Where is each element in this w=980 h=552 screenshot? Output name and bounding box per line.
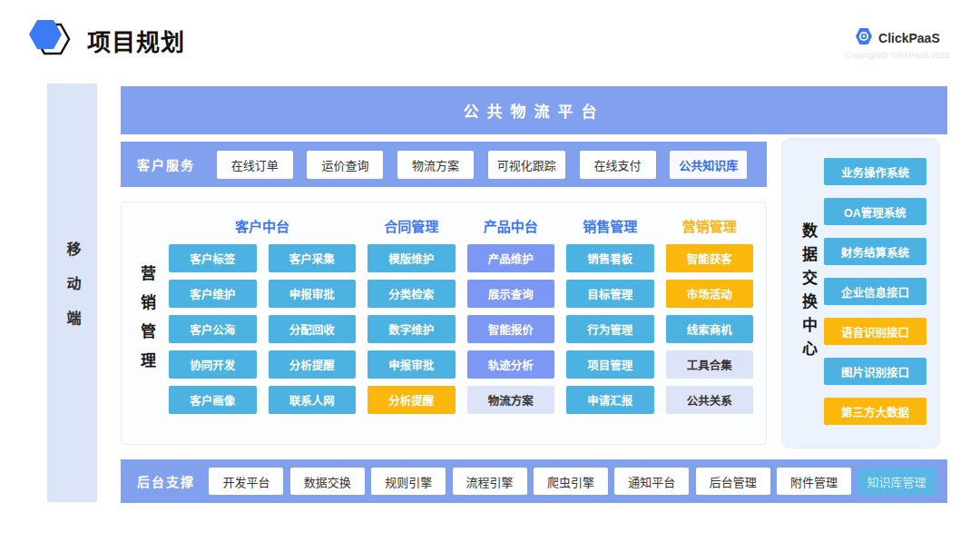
- matrix-cell[interactable]: 市场活动: [666, 280, 754, 308]
- matrix-cell[interactable]: 轨迹分析: [467, 350, 555, 379]
- matrix-cell[interactable]: 客户采集: [269, 244, 357, 272]
- bs-button-knowledge-base-management[interactable]: 知识库管理: [858, 468, 936, 495]
- mobile-side-label: 移动端: [62, 242, 83, 345]
- column-header-customer-center: 客户中台: [169, 213, 356, 237]
- cs-button-logistics-plan[interactable]: 物流方案: [397, 151, 474, 179]
- matrix-cell[interactable]: 模版维护: [368, 244, 456, 272]
- matrix-cell[interactable]: 智能报价: [467, 315, 555, 343]
- dc-button-oa-management-system[interactable]: OA管理系统: [824, 198, 926, 225]
- matrix-cell[interactable]: 项目管理: [566, 350, 654, 379]
- page-title: 项目规划: [87, 24, 185, 57]
- dc-button-third-party-big-data[interactable]: 第三方大数据: [824, 398, 926, 425]
- top-banner-public-logistics-platform: 公共物流平台: [121, 86, 947, 134]
- matrix-cell[interactable]: 线索商机: [666, 315, 754, 343]
- mobile-side-bar: 移动端: [47, 84, 97, 502]
- hexagon-logo-icon: [27, 18, 73, 62]
- matrix-cell[interactable]: 目标管理: [566, 280, 654, 308]
- copyright-text: Copyright@ ClickPaaS 2022: [846, 51, 949, 60]
- matrix-cell[interactable]: 销售看板: [566, 244, 654, 272]
- matrix-cell[interactable]: 行为管理: [566, 315, 654, 343]
- matrix-cell[interactable]: 智能获客: [666, 244, 754, 272]
- backend-support-label: 后台支撑: [137, 472, 195, 490]
- dc-button-financial-settlement-system[interactable]: 财务结算系统: [824, 238, 926, 265]
- customer-service-band: 客户服务 在线订单 运价查询 物流方案 可视化跟踪 在线支付 公共知识库: [121, 142, 767, 187]
- matrix-cell[interactable]: 客户维护: [169, 280, 257, 308]
- matrix-cell[interactable]: 协同开发: [169, 350, 257, 379]
- dc-button-business-operation-system[interactable]: 业务操作系统: [824, 158, 926, 185]
- data-exchange-center-label: 数据交换中心: [797, 222, 819, 364]
- dc-button-enterprise-info-api[interactable]: 企业信息接口: [824, 278, 926, 305]
- page-header: 项目规划: [27, 18, 185, 62]
- cs-button-online-payment[interactable]: 在线支付: [580, 151, 656, 179]
- column-header-sales-management: 销售管理: [566, 213, 654, 237]
- matrix-cell[interactable]: 公共关系: [666, 386, 754, 414]
- matrix-cell[interactable]: 分析提醒: [269, 350, 357, 379]
- matrix-grid: 客户中台 合同管理 产品中台 销售管理 营销管理 客户标签 客户采集 模版维护 …: [169, 213, 753, 414]
- bs-button-crawler-engine[interactable]: 爬虫引擎: [534, 468, 608, 495]
- cs-button-visual-tracking[interactable]: 可视化跟踪: [488, 151, 565, 179]
- cs-button-freight-query[interactable]: 运价查询: [307, 151, 383, 179]
- bs-button-rule-engine[interactable]: 规则引擎: [371, 468, 446, 495]
- matrix-cell[interactable]: 客户公海: [169, 315, 257, 343]
- matrix-cell[interactable]: 申请汇报: [566, 386, 654, 414]
- matrix-cell[interactable]: 客户标签: [169, 244, 257, 272]
- column-header-product-center: 产品中台: [467, 213, 555, 237]
- cs-button-public-knowledge-base[interactable]: 公共知识库: [670, 151, 747, 179]
- data-exchange-center-panel: 数据交换中心 业务操作系统 OA管理系统 财务结算系统 企业信息接口 语音识别接…: [781, 138, 940, 448]
- matrix-cell[interactable]: 数字维护: [368, 315, 456, 343]
- matrix-cell[interactable]: 联系人网: [269, 386, 357, 414]
- brand-block: ClickPaaS Copyright@ ClickPaaS 2022: [846, 27, 949, 60]
- data-exchange-center-items: 业务操作系统 OA管理系统 财务结算系统 企业信息接口 语音识别接口 图片识别接…: [824, 158, 926, 425]
- column-header-contract-management: 合同管理: [368, 213, 456, 237]
- matrix-cell[interactable]: 产品维护: [467, 244, 555, 272]
- backend-support-items: 开发平台 数据交换 规则引擎 流程引擎 爬虫引擎 通知平台 后台管理 附件管理 …: [202, 468, 942, 495]
- marketing-matrix-panel: 营销管理 客户中台 合同管理 产品中台 销售管理 营销管理 客户标签 客户采集 …: [121, 202, 767, 445]
- matrix-cell[interactable]: 申报审批: [368, 350, 456, 379]
- matrix-cell[interactable]: 展示查询: [467, 280, 555, 308]
- bs-button-backend-management[interactable]: 后台管理: [696, 468, 770, 495]
- matrix-cell[interactable]: 申报审批: [269, 280, 357, 308]
- customer-service-label: 客户服务: [137, 155, 195, 173]
- matrix-cell[interactable]: 工具合集: [666, 350, 754, 379]
- bs-button-attachment-management[interactable]: 附件管理: [777, 468, 851, 495]
- matrix-cell[interactable]: 物流方案: [467, 386, 555, 414]
- bs-button-data-exchange[interactable]: 数据交换: [290, 468, 365, 495]
- bs-button-dev-platform[interactable]: 开发平台: [209, 468, 283, 495]
- bs-button-process-engine[interactable]: 流程引擎: [453, 468, 527, 495]
- top-banner-label: 公共物流平台: [464, 99, 605, 122]
- cs-button-online-order[interactable]: 在线订单: [217, 151, 293, 179]
- matrix-cell[interactable]: 客户画像: [169, 386, 257, 414]
- backend-support-band: 后台支撑 开发平台 数据交换 规则引擎 流程引擎 爬虫引擎 通知平台 后台管理 …: [121, 459, 947, 503]
- customer-service-items: 在线订单 运价查询 物流方案 可视化跟踪 在线支付 公共知识库: [202, 151, 761, 179]
- dc-button-voice-recognition-api[interactable]: 语音识别接口: [824, 318, 926, 345]
- column-header-marketing-management: 营销管理: [666, 213, 754, 237]
- matrix-cell[interactable]: 分配回收: [269, 315, 357, 343]
- matrix-cell[interactable]: 分类检索: [368, 280, 456, 308]
- matrix-cell[interactable]: 分析提醒: [368, 386, 456, 414]
- clickpaas-icon: [855, 27, 873, 49]
- dc-button-image-recognition-api[interactable]: 图片识别接口: [824, 358, 926, 385]
- brand-name: ClickPaaS: [878, 31, 940, 45]
- marketing-management-side-label: 营销管理: [135, 265, 158, 381]
- bs-button-notification-platform[interactable]: 通知平台: [614, 468, 689, 495]
